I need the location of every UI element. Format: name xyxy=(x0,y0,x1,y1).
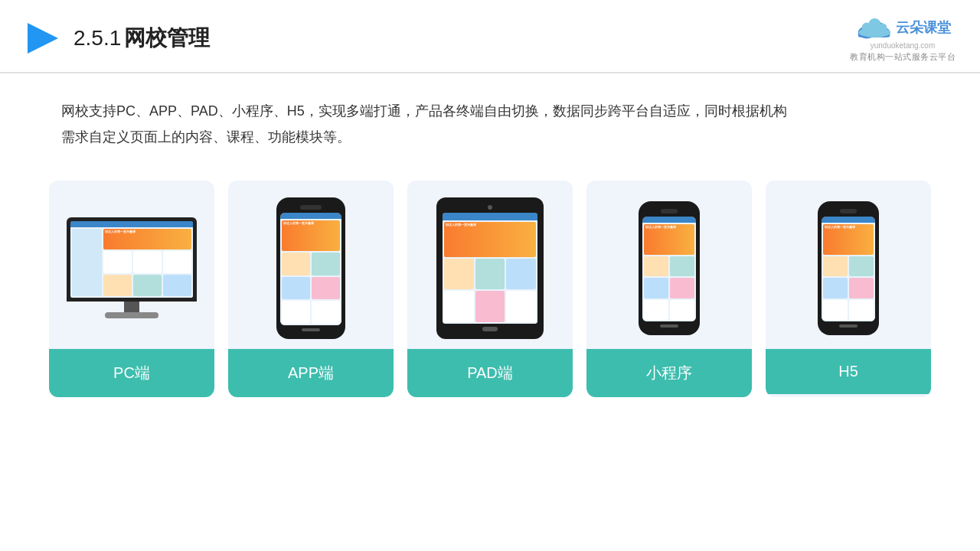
pc-screen: 职达人的第一堂兴趣课 xyxy=(70,221,193,298)
pc-screen-outer: 职达人的第一堂兴趣课 xyxy=(67,217,197,302)
page-title: 2.5.1网校管理 xyxy=(74,24,210,53)
svg-marker-0 xyxy=(28,23,58,54)
play-icon xyxy=(24,20,61,57)
tablet-screen: 职达人的第一堂兴趣课 xyxy=(443,213,537,324)
tablet-mockup: 职达人的第一堂兴趣课 xyxy=(436,197,544,339)
phone-mockup-app: 职达人的第一堂兴趣课 xyxy=(276,197,345,339)
card-pc-image: 职达人的第一堂兴趣课 xyxy=(49,181,214,349)
phone-outer-h5: 职达人的第一堂兴趣课 xyxy=(818,201,879,335)
phone-screen-mini: 职达人的第一堂兴趣课 xyxy=(642,217,696,321)
logo-box: 云朵课堂 xyxy=(854,14,951,41)
card-pc: 职达人的第一堂兴趣课 xyxy=(49,181,214,397)
card-pad-label: PAD端 xyxy=(407,349,573,397)
phone-outer-app: 职达人的第一堂兴趣课 xyxy=(276,197,345,339)
card-miniprogram-label: 小程序 xyxy=(586,349,752,397)
card-pad: 职达人的第一堂兴趣课 xyxy=(407,181,573,397)
header: 2.5.1网校管理 云朵课堂 yunduoketang.com 教育机构一站式服… xyxy=(0,0,980,73)
phone-mockup-h5: 职达人的第一堂兴趣课 xyxy=(818,201,879,335)
card-miniprogram: 职达人的第一堂兴趣课 xyxy=(586,181,752,397)
cards-area: 职达人的第一堂兴趣课 xyxy=(0,165,980,397)
cloud-icon xyxy=(854,14,891,41)
card-app: 职达人的第一堂兴趣课 xyxy=(228,181,394,397)
card-app-label: APP端 xyxy=(228,349,394,397)
card-pad-image: 职达人的第一堂兴趣课 xyxy=(407,181,573,349)
card-h5: 职达人的第一堂兴趣课 xyxy=(766,181,931,397)
phone-mockup-mini: 职达人的第一堂兴趣课 xyxy=(639,201,700,335)
card-miniprogram-image: 职达人的第一堂兴趣课 xyxy=(586,181,752,349)
logo-area: 云朵课堂 yunduoketang.com 教育机构一站式服务云平台 xyxy=(850,14,956,63)
phone-screen-h5: 职达人的第一堂兴趣课 xyxy=(822,217,875,321)
description-area: 网校支持PC、APP、PAD、小程序、H5，实现多端打通，产品各终端自由切换，数… xyxy=(0,73,980,165)
card-h5-label: H5 xyxy=(766,349,931,394)
svg-point-8 xyxy=(859,28,891,37)
card-pc-label: PC端 xyxy=(49,349,214,397)
card-app-image: 职达人的第一堂兴趣课 xyxy=(228,181,394,349)
header-left: 2.5.1网校管理 xyxy=(24,20,210,57)
pc-mockup: 职达人的第一堂兴趣课 xyxy=(67,217,197,318)
tablet-outer: 职达人的第一堂兴趣课 xyxy=(436,197,544,339)
card-h5-image: 职达人的第一堂兴趣课 xyxy=(766,181,931,349)
phone-screen-app: 职达人的第一堂兴趣课 xyxy=(280,213,341,325)
phone-outer-mini: 职达人的第一堂兴趣课 xyxy=(639,201,700,335)
